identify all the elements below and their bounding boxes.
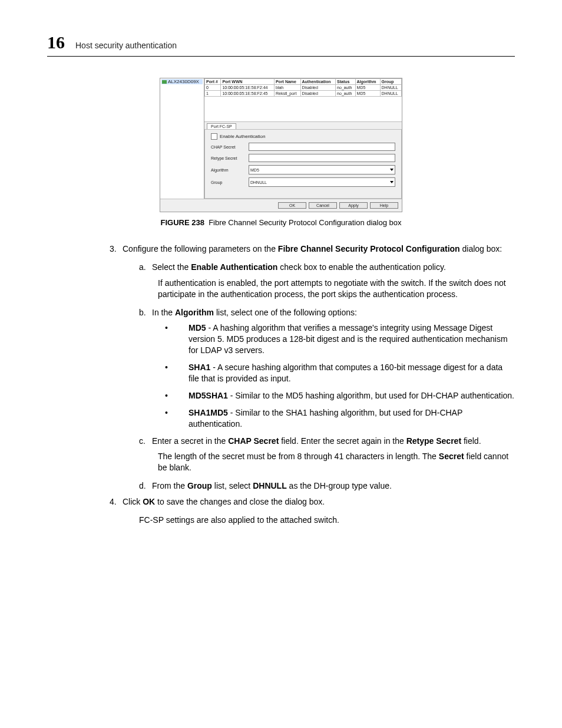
enable-auth-label: Enable Authentication xyxy=(220,134,265,139)
step-3c-note: The length of the secret must be from 8 … xyxy=(158,451,515,473)
step-number: 4. xyxy=(110,496,123,508)
step-letter: b. xyxy=(139,307,152,318)
tree-node-label: ALX2430D09X xyxy=(168,79,199,84)
col-port: Port # xyxy=(205,79,221,85)
step-3b: b.In the Algorithm list, select one of t… xyxy=(158,307,515,318)
step-4: 4.Click OK to save the changes and close… xyxy=(130,496,515,508)
group-label: Group xyxy=(211,180,249,185)
fcsp-form: Enable Authentication CHAP Secret Retype… xyxy=(204,129,402,199)
cancel-button[interactable]: Cancel xyxy=(309,202,337,209)
retype-secret-label: Retype Secret xyxy=(211,156,249,160)
bullet-md5sha1: •MD5SHA1 - Similar to the MD5 hashing al… xyxy=(189,390,515,401)
col-alg: Algorithm xyxy=(355,79,380,85)
figure-caption-text: Fibre Channel Security Protocol Configur… xyxy=(209,218,401,227)
ok-button[interactable]: OK xyxy=(278,202,306,209)
algorithm-value: MD5 xyxy=(250,168,259,172)
dialog-button-bar: OK Cancel Apply Help xyxy=(160,199,402,212)
tree-node[interactable]: ALX2430D09X xyxy=(161,79,203,84)
step-3a: a.Select the Enable Authentication check… xyxy=(158,262,515,273)
tab-strip: Port FC-SP xyxy=(204,121,402,129)
step-letter: d. xyxy=(139,480,152,492)
bullet-sha1: •SHA1 - A secure hashing algorithm that … xyxy=(189,362,515,384)
chap-secret-label: CHAP Secret xyxy=(211,145,249,149)
tree-panel: ALX2430D09X xyxy=(160,78,204,199)
bullet-sha1md5: •SHA1MD5 - Similar to the SHA1 hashing a… xyxy=(189,407,515,430)
col-auth: Authentication xyxy=(300,79,336,85)
fcsp-dialog-screenshot: ALX2430D09X Port # Port WWN Port Name Au… xyxy=(160,78,402,212)
port-table: Port # Port WWN Port Name Authentication… xyxy=(204,78,402,97)
group-select[interactable]: DHNULL xyxy=(249,177,395,187)
running-header: 16 Host security authentication xyxy=(47,32,515,57)
bullet-md5: •MD5 - A hashing algorithm that verifies… xyxy=(189,322,515,356)
step-3a-note: If authentication is enabled, the port a… xyxy=(158,278,515,300)
step-3: 3.Configure the following parameters on … xyxy=(130,243,515,255)
col-group: Group xyxy=(380,79,401,85)
group-value: DHNULL xyxy=(250,180,267,185)
col-status: Status xyxy=(336,79,355,85)
step-4-note: FC-SP settings are also applied to the a… xyxy=(139,515,515,526)
step-3c: c.Enter a secret in the CHAP Secret fiel… xyxy=(158,436,515,447)
chap-secret-input[interactable] xyxy=(249,143,395,151)
retype-secret-input[interactable] xyxy=(249,154,395,162)
figure-caption: FIGURE 238 Fibre Channel Security Protoc… xyxy=(47,218,515,227)
chevron-down-icon xyxy=(390,169,394,171)
step-letter: a. xyxy=(139,262,152,273)
chapter-title: Host security authentication xyxy=(75,41,177,50)
col-name: Port Name xyxy=(274,79,300,85)
algorithm-label: Algorithm xyxy=(211,168,249,172)
col-wwn: Port WWN xyxy=(221,79,275,85)
enable-auth-checkbox[interactable] xyxy=(211,133,217,140)
chevron-down-icon xyxy=(390,181,394,183)
help-button[interactable]: Help xyxy=(370,202,398,209)
step-3d: d.From the Group list, select DHNULL as … xyxy=(158,480,515,492)
apply-button[interactable]: Apply xyxy=(339,202,368,209)
step-letter: c. xyxy=(139,436,152,447)
step-number: 3. xyxy=(110,243,123,255)
chapter-number: 16 xyxy=(47,32,65,52)
table-row[interactable]: 1 10:00:00:05:1E:58:F2:45 Rekstl_port Di… xyxy=(205,91,402,97)
table-row[interactable]: 0 10:00:00:05:1E:58:F2:44 blah Disabled … xyxy=(205,85,402,91)
adapter-icon xyxy=(162,80,167,84)
algorithm-select[interactable]: MD5 xyxy=(249,165,395,174)
tab-port-fcsp[interactable]: Port FC-SP xyxy=(207,123,236,129)
figure-label: FIGURE 238 xyxy=(160,218,204,227)
